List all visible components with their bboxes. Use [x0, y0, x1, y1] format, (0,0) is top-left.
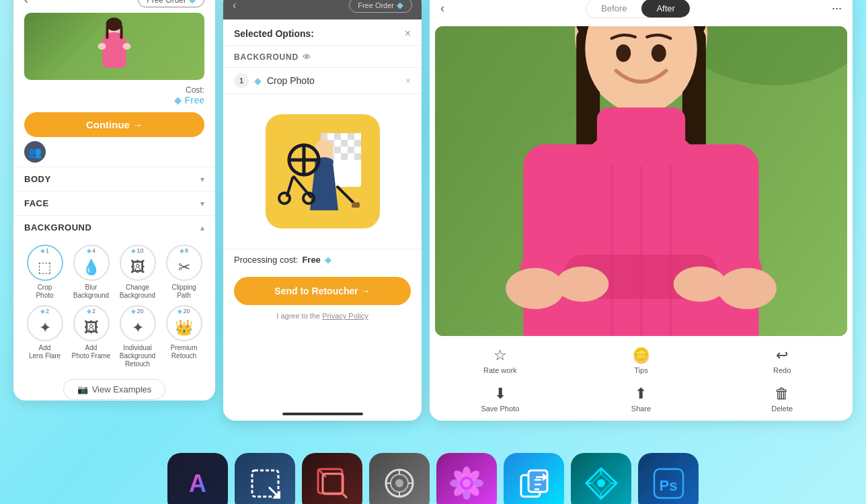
processing-cost: Processing cost: Free ◆ — [223, 249, 422, 270]
camera-icon: 📷 — [77, 384, 88, 394]
before-tab[interactable]: Before — [586, 0, 641, 17]
middle-free-order-badge[interactable]: Free Order ◆ — [349, 0, 412, 13]
svg-rect-21 — [348, 140, 354, 146]
svg-rect-15 — [348, 133, 354, 140]
scissors-icon: ✂ — [178, 259, 190, 276]
camera-flower-app-icon[interactable] — [436, 453, 497, 504]
svg-rect-22 — [354, 140, 361, 146]
change-bg-option[interactable]: ◆10 🖼 ChangeBackground — [117, 245, 158, 300]
crop-resize-app-icon[interactable] — [302, 453, 362, 504]
svg-point-43 — [279, 193, 290, 204]
svg-line-79 — [343, 494, 347, 498]
frame-label: AddPhoto Frame — [72, 344, 111, 360]
crop-photo-circle[interactable]: ◆1 ⬚ — [27, 245, 63, 281]
sparkle-icon: ✦ — [39, 319, 51, 337]
svg-rect-12 — [327, 133, 334, 140]
person-photo-svg — [435, 26, 847, 336]
close-button[interactable]: × — [405, 28, 411, 40]
change-badge: ◆10 — [131, 247, 143, 254]
change-bg-label: ChangeBackground — [120, 284, 155, 300]
back-button[interactable]: ‹ — [24, 0, 28, 7]
crop-item-close-icon[interactable]: × — [405, 75, 411, 86]
delete-button[interactable]: 🗑 Delete — [711, 380, 853, 418]
lens-flare-circle[interactable]: ◆2 ✦ — [27, 305, 63, 341]
processing-diamond-icon: ◆ — [325, 255, 331, 265]
illustration-box — [266, 114, 380, 228]
svg-rect-16 — [354, 133, 361, 140]
svg-rect-31 — [334, 153, 341, 160]
save-photo-button[interactable]: ⬇ Save Photo — [430, 380, 571, 418]
avatar-icon: 👥 — [24, 141, 46, 163]
crop-photo-label: Crop Photo — [267, 75, 315, 86]
rate-work-button[interactable]: ☆ Rate work — [430, 341, 571, 380]
background-section[interactable]: BACKGROUND ▴ — [13, 215, 215, 239]
svg-point-96 — [463, 479, 471, 487]
share-app-icon[interactable] — [504, 453, 564, 504]
tips-button[interactable]: 🪙 Tips — [571, 341, 712, 380]
share-button[interactable]: ⬆ Share — [571, 380, 712, 418]
body-section[interactable]: BODY ▾ — [13, 167, 215, 191]
more-options-icon[interactable]: ··· — [832, 1, 842, 15]
clipping-path-circle[interactable]: ◆8 ✂ — [166, 245, 202, 281]
svg-point-63 — [506, 268, 565, 309]
photo-frame-circle[interactable]: ◆2 🖼 — [73, 305, 110, 341]
left-panel-header: ‹ Free Order ◆ — [13, 0, 215, 13]
send-to-retoucher-button[interactable]: Send to Retoucher → — [234, 277, 411, 305]
redo-button[interactable]: ↩ Redo — [711, 341, 853, 380]
delete-label: Delete — [771, 405, 793, 413]
background-label: BACKGROUND — [24, 222, 91, 233]
frame-badge: ◆2 — [87, 308, 95, 314]
affinity-app-icon[interactable]: A — [167, 453, 228, 504]
premium-retouch-option[interactable]: ◆20 👑 PremiumRetouch — [163, 305, 204, 368]
crop-resize-svg — [314, 465, 351, 502]
individual-label: IndividualBackgroundRetouch — [120, 344, 155, 368]
svg-rect-26 — [341, 146, 348, 153]
crop-photo-item: 1 ◆ Crop Photo × — [223, 68, 422, 94]
free-order-badge[interactable]: Free Order ◆ — [138, 0, 204, 7]
clipping-badge: ◆8 — [180, 247, 188, 254]
crop-photo-option[interactable]: ◆1 ⬚ CropPhoto — [24, 245, 65, 300]
after-tab[interactable]: After — [641, 0, 689, 17]
photoshop-app-icon[interactable]: Ps — [638, 453, 699, 504]
prisma-app-icon[interactable] — [369, 453, 430, 504]
premium-circle[interactable]: ◆20 👑 — [166, 305, 202, 341]
blur-bg-option[interactable]: ◆4 💧 BlurBackground — [71, 245, 112, 300]
svg-line-45 — [338, 187, 354, 204]
body-chevron-icon: ▾ — [200, 175, 204, 184]
selected-options-header: Selected Options: × — [223, 19, 422, 46]
individual-circle[interactable]: ◆20 ✦ — [120, 305, 156, 341]
svg-rect-33 — [348, 153, 354, 160]
blur-bg-circle[interactable]: ◆4 💧 — [73, 245, 110, 281]
svg-rect-11 — [321, 133, 327, 140]
photo-frame-option[interactable]: ◆2 🖼 AddPhoto Frame — [71, 305, 112, 368]
individual-retouch-option[interactable]: ◆20 ✦ IndividualBackgroundRetouch — [117, 305, 158, 368]
crop-icon: ⬚ — [38, 259, 52, 276]
view-examples-button[interactable]: 📷 View Examples — [63, 379, 166, 400]
lens-label: AddLens Flare — [29, 344, 61, 360]
svg-rect-34 — [354, 153, 361, 160]
svg-point-67 — [556, 266, 609, 302]
svg-rect-46 — [352, 202, 360, 208]
middle-panel-header: ‹ Free Order ◆ — [223, 0, 422, 19]
middle-free-order-label: Free Order — [358, 1, 394, 9]
svg-rect-28 — [354, 146, 361, 153]
change-bg-circle[interactable]: ◆10 🖼 — [120, 245, 156, 281]
clipping-path-option[interactable]: ◆8 ✂ ClippingPath — [163, 245, 204, 300]
svg-point-82 — [395, 479, 403, 487]
svg-point-68 — [674, 266, 727, 302]
resize-app-icon[interactable] — [235, 453, 295, 504]
right-back-button[interactable]: ‹ — [440, 1, 444, 15]
bottom-bar-indicator — [282, 413, 363, 415]
share-svg — [516, 465, 553, 502]
crop-illustration-svg — [274, 123, 371, 220]
lens-flare-option[interactable]: ◆2 ✦ AddLens Flare — [24, 305, 65, 368]
trash-icon: 🗑 — [775, 385, 789, 403]
avatar-symbol: 👥 — [28, 146, 42, 159]
face-section[interactable]: FACE ▾ — [13, 191, 215, 215]
eye-icon: 👁 — [303, 52, 311, 62]
middle-back-button[interactable]: ‹ — [233, 0, 236, 11]
circuit-app-icon[interactable] — [571, 453, 631, 504]
crop-badge: ◆1 — [40, 247, 49, 254]
privacy-policy-link[interactable]: Privacy Policy — [322, 312, 368, 320]
continue-button[interactable]: Continue → — [24, 112, 204, 137]
